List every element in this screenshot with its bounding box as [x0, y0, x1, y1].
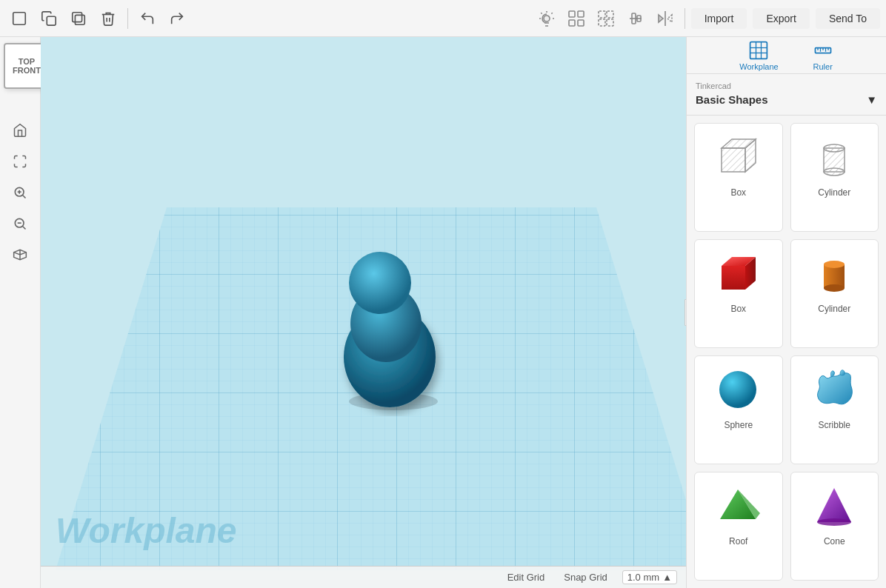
- svg-rect-1: [47, 16, 56, 25]
- panel-collapse-arrow[interactable]: ›: [685, 299, 686, 326]
- snap-chevron-icon: ▲: [662, 572, 672, 583]
- viewport[interactable]: Workplane Edit Grid Snap Grid 1.0 mm ▲ ›: [41, 37, 686, 588]
- shape-item-box-wireframe[interactable]: Box: [694, 123, 783, 232]
- shape-label-cone: Cone: [824, 536, 845, 547]
- svg-rect-31: [750, 41, 767, 59]
- shape-icon-roof: [713, 480, 765, 532]
- copy-button[interactable]: [36, 5, 62, 32]
- shape-item-cylinder-orange[interactable]: Cylinder: [790, 239, 879, 348]
- shape-icon-sphere: [713, 364, 765, 415]
- shape-icon-box-red: [713, 247, 765, 299]
- zoom-out-button[interactable]: [7, 210, 33, 237]
- send-to-button[interactable]: Send To: [816, 8, 880, 29]
- ungroup-icon-button[interactable]: [593, 5, 619, 32]
- snap-value-text: 1.0 mm: [627, 572, 659, 583]
- svg-rect-8: [578, 20, 584, 26]
- category-selector: Tinkercad Basic Shapes ▼: [687, 74, 886, 116]
- perspective-button[interactable]: [7, 241, 33, 268]
- fit-button[interactable]: [7, 148, 33, 175]
- view-cube-front: FRONT: [13, 66, 41, 75]
- mirror-icon-button[interactable]: [652, 5, 679, 32]
- svg-line-20: [23, 196, 26, 198]
- svg-rect-3: [73, 12, 82, 21]
- shape-label-cylinder-orange: Cylinder: [818, 304, 850, 314]
- svg-point-30: [349, 252, 411, 314]
- category-label: Tinkercad: [696, 81, 877, 90]
- separator-2: [685, 8, 685, 29]
- shapes-grid: Box Cylinder: [687, 116, 886, 588]
- right-panel: Workplane Ruler Tinkercad Basic Shapes: [686, 37, 886, 588]
- dropdown-chevron-icon: ▼: [866, 93, 877, 106]
- category-dropdown-button[interactable]: Basic Shapes ▼: [696, 92, 877, 107]
- svg-marker-59: [817, 488, 851, 522]
- svg-rect-9: [599, 11, 605, 18]
- svg-point-56: [719, 371, 756, 408]
- svg-rect-2: [75, 15, 84, 24]
- main-area: TOP FRONT: [0, 37, 886, 588]
- undo-button[interactable]: [134, 5, 161, 32]
- shape-item-scribble[interactable]: Scribble: [790, 355, 879, 464]
- svg-rect-10: [607, 11, 613, 18]
- workplane-button[interactable]: Workplane: [733, 37, 784, 74]
- right-panel-header: Workplane Ruler: [687, 37, 886, 74]
- svg-rect-7: [569, 20, 575, 26]
- ruler-label: Ruler: [813, 62, 833, 71]
- shape-label-cylinder-wireframe: Cylinder: [818, 187, 850, 198]
- shape-item-cylinder-wireframe[interactable]: Cylinder: [790, 123, 879, 232]
- svg-point-54: [824, 284, 845, 292]
- view-cube-top: TOP: [19, 57, 35, 66]
- shape-item-box-red[interactable]: Box: [694, 239, 783, 348]
- shape-label-scribble: Scribble: [819, 420, 850, 430]
- workplane-label: Workplane: [739, 62, 778, 71]
- align-icon-button[interactable]: [622, 5, 649, 32]
- group-icon-button[interactable]: [563, 5, 590, 32]
- shape-item-roof[interactable]: Roof: [694, 472, 783, 581]
- subcategory-label: Basic Shapes: [696, 93, 768, 106]
- shape-icon-cylinder-wireframe: [808, 131, 860, 183]
- redo-button[interactable]: [164, 5, 190, 32]
- bottom-bar: Edit Grid Snap Grid 1.0 mm ▲: [41, 566, 686, 588]
- 3d-shape: [319, 209, 467, 416]
- export-button[interactable]: Export: [753, 8, 809, 29]
- delete-button[interactable]: [95, 5, 121, 32]
- import-button[interactable]: Import: [691, 8, 747, 29]
- shape-icon-scribble: [808, 364, 860, 415]
- shape-icon-cylinder-orange: [808, 247, 860, 299]
- light-icon-button[interactable]: [533, 5, 560, 32]
- svg-point-55: [824, 261, 845, 268]
- svg-rect-6: [578, 11, 584, 17]
- svg-line-23: [23, 227, 26, 230]
- separator-1: [127, 8, 128, 29]
- svg-marker-50: [722, 266, 745, 290]
- svg-point-4: [544, 16, 550, 21]
- shape-label-box-red: Box: [730, 304, 746, 314]
- snap-grid-label: Snap Grid: [564, 572, 607, 583]
- shape-label-roof: Roof: [729, 536, 747, 547]
- toolbar-actions: Import Export Send To: [691, 8, 880, 29]
- svg-rect-5: [569, 11, 575, 17]
- svg-rect-0: [13, 12, 26, 24]
- shape-label-sphere: Sphere: [724, 420, 753, 430]
- side-icons: [7, 117, 33, 268]
- shape-icon-box-wireframe: [713, 131, 765, 183]
- snap-value-selector[interactable]: 1.0 mm ▲: [622, 570, 677, 584]
- svg-point-60: [817, 518, 851, 526]
- zoom-in-button[interactable]: [7, 179, 33, 206]
- new-button[interactable]: [6, 5, 33, 32]
- shape-icon-cone: [808, 480, 860, 532]
- svg-rect-12: [607, 19, 613, 26]
- ruler-button[interactable]: Ruler: [807, 37, 839, 74]
- svg-point-49: [824, 168, 845, 176]
- top-toolbar: Import Export Send To: [0, 0, 886, 37]
- edit-grid-button[interactable]: Edit Grid: [503, 570, 550, 584]
- svg-point-48: [824, 144, 845, 152]
- shape-label-box-wireframe: Box: [730, 187, 746, 198]
- svg-marker-43: [722, 148, 745, 172]
- home-button[interactable]: [7, 117, 33, 144]
- svg-rect-11: [599, 19, 605, 26]
- left-sidebar: TOP FRONT: [0, 37, 41, 588]
- duplicate-button[interactable]: [65, 5, 92, 32]
- shape-item-sphere[interactable]: Sphere: [694, 355, 783, 464]
- shape-item-cone[interactable]: Cone: [790, 472, 879, 581]
